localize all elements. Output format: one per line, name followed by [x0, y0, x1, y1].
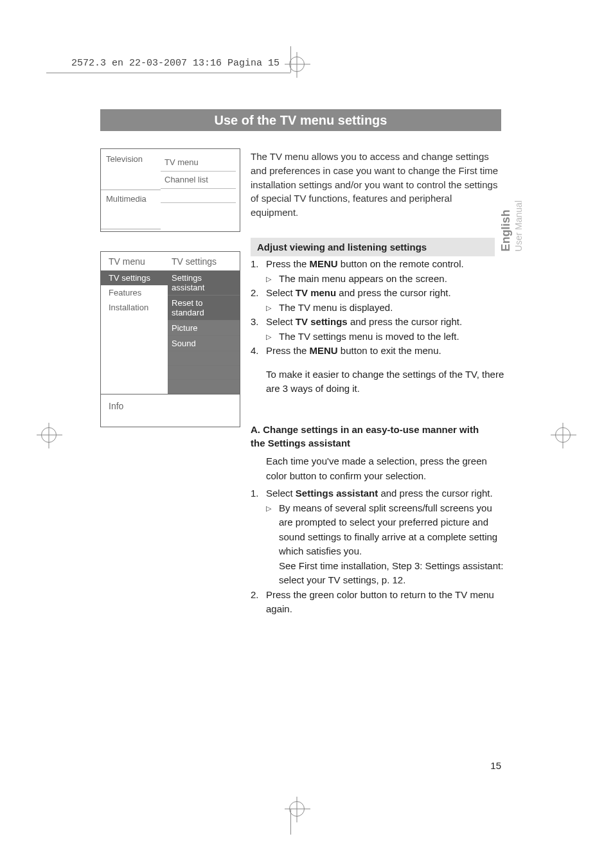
crop-mark: [46, 73, 290, 73]
menu1-left-0: Television: [101, 149, 161, 166]
menu2-blank: [168, 366, 240, 380]
page-title-bar: Use of the TV menu settings: [100, 109, 501, 131]
section-a-intro: Each time you've made a selection, press…: [266, 454, 491, 483]
menu2-left-header: TV menu: [101, 252, 168, 270]
menu2-right-3: Sound: [168, 336, 240, 351]
menu1-right-0: TV menu: [161, 154, 236, 172]
instructions-section-a: 1.Select Settings assistant and press th…: [251, 486, 504, 617]
registration-mark-icon: [41, 427, 57, 443]
menu2-right-header: TV settings: [168, 252, 240, 270]
page-title: Use of the TV menu settings: [215, 113, 387, 128]
menu2-left-1: Features: [101, 285, 168, 300]
section-a-header: A. Change settings in an easy-to-use man…: [251, 423, 488, 450]
instructions-adjust: 1.Press the MENU button on the remote co…: [251, 257, 504, 396]
side-tab: EnglishUser Manual: [500, 200, 526, 251]
menu1-blank: [161, 203, 236, 217]
menu1-left-1: Multimedia: [101, 190, 161, 229]
section-adjust-header: Adjust viewing and listening settings: [251, 238, 495, 256]
crop-mark: [290, 809, 291, 835]
menu2-left-0: TV settings: [101, 270, 168, 285]
menu2-right-2: Picture: [168, 321, 240, 336]
intro-paragraph: The TV menu allows you to access and cha…: [251, 150, 501, 220]
menu2-blank: [168, 351, 240, 366]
menu2-right-1: Reset to standard: [168, 296, 240, 321]
menu2-blank: [168, 380, 240, 394]
tv-menu-illustration-2: TV menu TV settings Features Installatio…: [100, 251, 240, 427]
menu1-blank: [161, 189, 236, 203]
registration-mark-icon: [289, 801, 305, 817]
tv-menu-illustration-1: Television Multimedia TV menu Channel li…: [100, 148, 240, 232]
menu2-info: Info: [101, 394, 240, 427]
registration-mark-icon: [289, 57, 305, 72]
menu1-right-1: Channel list: [161, 172, 236, 189]
page-number: 15: [490, 760, 501, 771]
menu2-left-2: Installation: [101, 300, 168, 315]
menu2-right-0: Settings assistant: [168, 270, 240, 296]
print-header: 2572.3 en 22-03-2007 13:16 Pagina 15: [71, 58, 280, 69]
registration-mark-icon: [555, 427, 571, 443]
